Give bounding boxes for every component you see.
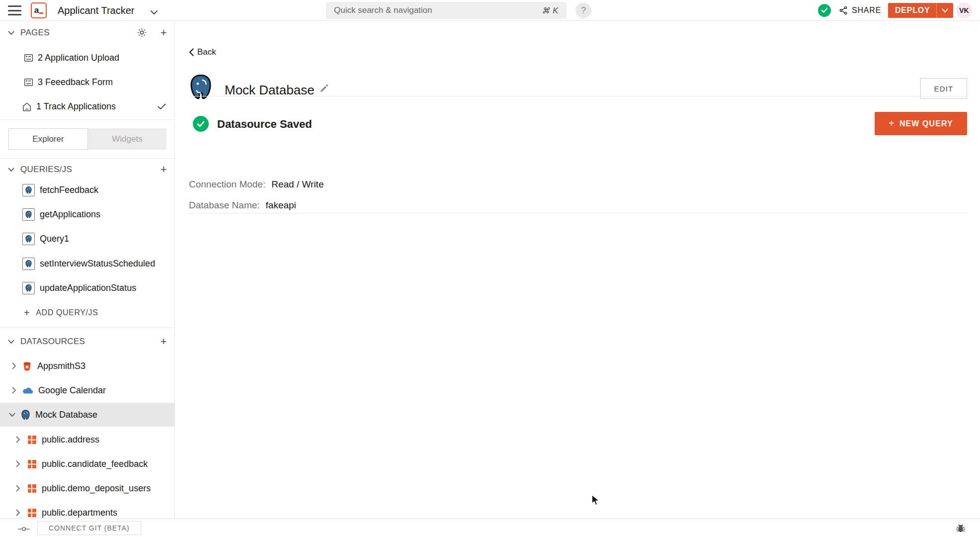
search-input[interactable] (334, 5, 542, 15)
sidebar-item-table-public-departments[interactable]: public.departments (0, 501, 175, 518)
sidebar-item-table-public-candidate-feedback[interactable]: public.candidate_feedback (0, 452, 175, 476)
current-page-check-icon (158, 103, 166, 110)
divider (0, 158, 175, 159)
deploy-label: DEPLOY (888, 6, 936, 15)
back-label: Back (197, 47, 216, 57)
chevron-down-icon[interactable] (7, 168, 15, 172)
query-label: setInterviewStatusScheduled (40, 259, 155, 269)
datasource-label: AppsmithS3 (37, 361, 85, 371)
datasource-label: Mock Database (35, 410, 97, 420)
table-icon (27, 484, 37, 493)
sidebar-item-page-feedback-form[interactable]: 3 Feeedback Form (0, 70, 175, 94)
table-icon (27, 508, 37, 518)
share-button[interactable]: SHARE (839, 0, 881, 21)
chevron-right-icon[interactable] (14, 436, 22, 443)
bottom-bar: CONNECT GIT (BETA) (0, 518, 980, 537)
chevron-right-icon[interactable] (10, 362, 18, 369)
chevron-right-icon[interactable] (14, 485, 22, 492)
sidebar-item-query-updateapplicationstatus[interactable]: updateApplicationStatus (0, 276, 175, 300)
app-window: a Applicant Tracker ⌘ K ? SHARE DEPLOY (0, 0, 980, 537)
deploy-button[interactable]: DEPLOY (888, 3, 953, 18)
database-name-field: Database Name: fakeapi (189, 200, 296, 211)
sidebar-item-table-public-address[interactable]: public.address (0, 428, 175, 451)
table-label: public.demo_deposit_users (42, 483, 151, 494)
datasources-section-header[interactable]: DATASOURCES + (0, 330, 175, 354)
deploy-chevron-down-icon[interactable] (937, 8, 953, 13)
postgres-icon (22, 282, 35, 294)
sidebar-item-datasource-google-calendar[interactable]: Google Calendar (0, 378, 175, 402)
divider (189, 96, 967, 96)
logo-underscore (39, 12, 43, 14)
query-label: fetchFeedback (40, 185, 98, 195)
datasource-label: Google Calendar (38, 385, 106, 396)
sidebar-item-query-setinterviewstatusscheduled[interactable]: setInterviewStatusScheduled (0, 252, 175, 276)
appsmith-logo: a (31, 2, 47, 18)
help-button[interactable]: ? (575, 2, 591, 18)
add-query-plus-button[interactable]: + (161, 164, 167, 175)
add-query-js-button[interactable]: + ADD QUERY/JS (0, 300, 175, 325)
add-datasource-button[interactable]: + (161, 336, 167, 347)
pages-header-label: PAGES (20, 28, 50, 38)
query-label: Query1 (40, 234, 69, 244)
edit-name-pencil-icon[interactable] (320, 83, 329, 95)
table-label: public.candidate_feedback (42, 459, 148, 469)
sidebar-item-query-fetchfeedback[interactable]: fetchFeedback (0, 178, 175, 202)
field-label: Database Name: (189, 200, 260, 211)
queries-section-header[interactable]: QUERIES/JS + (0, 159, 175, 180)
chevron-right-icon[interactable] (14, 509, 22, 516)
table-icon (27, 435, 37, 445)
chevron-down-icon[interactable] (7, 31, 15, 35)
new-query-button[interactable]: + NEW QUERY (875, 112, 967, 135)
chevron-down-icon[interactable] (7, 340, 15, 344)
page-label: 1 Track Applications (36, 101, 116, 112)
sidebar-item-datasource-mock-database[interactable]: Mock Database (0, 403, 175, 427)
postgres-icon (22, 258, 35, 270)
chevron-down-icon[interactable] (8, 413, 16, 417)
save-status-check-icon (818, 4, 831, 17)
datasource-detail-panel: Back Mock Database EDIT Datasource Saved… (175, 21, 980, 518)
datasource-status-text: Datasource Saved (217, 118, 312, 131)
home-icon (22, 102, 32, 112)
divider (189, 213, 967, 213)
add-query-js-label: ADD QUERY/JS (36, 308, 98, 317)
entity-explorer-sidebar: PAGES + 2 Application Upload 3 Feeedback… (0, 21, 175, 518)
sidebar-tab-switcher: Explorer Widgets (8, 128, 166, 150)
field-label: Connection Mode: (189, 179, 265, 190)
user-avatar[interactable]: VK (956, 2, 972, 18)
plus-icon: + (889, 118, 895, 129)
share-icon (839, 6, 848, 15)
add-page-button[interactable]: + (161, 27, 167, 38)
back-button[interactable]: Back (189, 47, 216, 57)
plus-icon: + (24, 308, 30, 318)
connect-git-button[interactable]: CONNECT GIT (BETA) (37, 521, 141, 535)
sidebar-item-datasource-appsmiths3[interactable]: AppsmithS3 (0, 354, 175, 378)
sidebar-item-query-getapplications[interactable]: getApplications (0, 202, 175, 227)
field-value: fakeapi (266, 200, 296, 211)
hamburger-menu-icon[interactable] (8, 5, 21, 15)
app-title-chevron-down-icon[interactable] (150, 8, 158, 17)
cloud-icon (22, 386, 34, 395)
chevron-right-icon[interactable] (10, 387, 18, 394)
question-icon: ? (581, 5, 586, 16)
sidebar-item-table-public-demo-deposit-users[interactable]: public.demo_deposit_users (0, 476, 175, 500)
git-commit-icon (18, 525, 30, 534)
quick-search-bar[interactable]: ⌘ K (326, 2, 567, 19)
page-label: 3 Feeedback Form (38, 77, 113, 88)
sidebar-item-query-query1[interactable]: Query1 (0, 227, 175, 251)
pages-section-header[interactable]: PAGES + (0, 21, 175, 45)
postgres-logo (188, 73, 214, 105)
datasource-saved-check-icon (193, 116, 209, 132)
sidebar-item-page-application-upload[interactable]: 2 Application Upload (0, 46, 175, 70)
tab-widgets[interactable]: Widgets (88, 128, 166, 150)
page-icon (24, 78, 33, 87)
divider (0, 119, 175, 120)
s3-icon (22, 361, 32, 371)
datasources-header-label: DATASOURCES (20, 337, 85, 347)
page-label: 2 Application Upload (38, 53, 119, 63)
postgres-icon (22, 184, 35, 196)
sidebar-item-page-track-applications[interactable]: 1 Track Applications (0, 94, 175, 119)
chevron-right-icon[interactable] (14, 460, 22, 467)
pages-settings-gear-icon[interactable] (137, 27, 147, 40)
tab-explorer[interactable]: Explorer (8, 128, 88, 150)
debug-bug-icon[interactable] (955, 523, 966, 536)
